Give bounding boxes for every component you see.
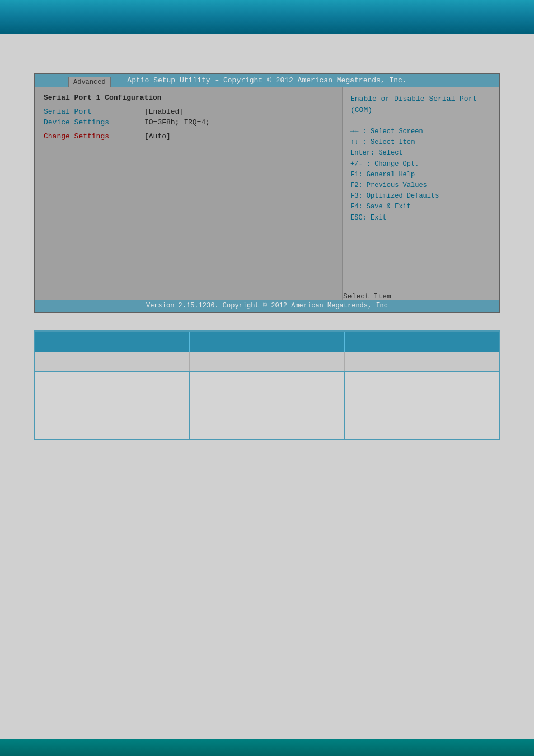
key-f2: F2: Previous Values: [350, 180, 491, 191]
key-enter: Enter: Select: [350, 148, 491, 158]
setting-row-device-settings: Device Settings IO=3F8h; IRQ=4;: [44, 118, 333, 127]
change-settings-value[interactable]: [Auto]: [144, 132, 171, 141]
bottom-bar: [0, 739, 534, 756]
key-help: →← : Select Screen ↑↓ : Select Item Ente…: [350, 127, 491, 223]
table-row2-col2: [190, 372, 345, 439]
setting-row-change-settings: Change Settings [Auto]: [44, 132, 333, 141]
table-header-col1: [35, 332, 190, 352]
help-text: Enable or Disable Serial Port (COM): [350, 94, 491, 115]
table-row1-col3: [345, 352, 499, 371]
serial-port-value[interactable]: [Enabled]: [144, 108, 184, 116]
key-f3: F3: Optimized Defaults: [350, 191, 491, 202]
top-bar: [0, 0, 534, 34]
table-row1-col2: [190, 352, 345, 371]
key-change-opt: +/- : Change Opt.: [350, 159, 491, 170]
table-row-1: [35, 352, 499, 372]
key-f1: F1: General Help: [350, 170, 491, 180]
change-settings-label: Change Settings: [44, 132, 144, 141]
device-settings-label: Device Settings: [44, 118, 144, 127]
setting-row-serial-port: Serial Port [Enabled]: [44, 108, 333, 116]
bios-footer: Version 2.15.1236. Copyright © 2012 Amer…: [35, 300, 499, 312]
bios-title: Aptio Setup Utility – Copyright © 2012 A…: [127, 76, 406, 85]
bios-right-panel: Enable or Disable Serial Port (COM) →← :…: [343, 87, 499, 300]
table-header-col3: [345, 332, 499, 352]
table-header-col2: [190, 332, 345, 352]
bios-panel: Aptio Setup Utility – Copyright © 2012 A…: [34, 73, 500, 313]
key-f4: F4: Save & Exit: [350, 202, 491, 212]
table-header-row: [35, 332, 499, 352]
select-item-hint: Select Item: [343, 292, 391, 301]
bios-content: Serial Port 1 Configuration Serial Port …: [35, 87, 499, 300]
table-row1-col1: [35, 352, 190, 371]
bios-header: Aptio Setup Utility – Copyright © 2012 A…: [35, 74, 499, 87]
key-select-item: ↑↓ : Select Item: [350, 137, 491, 148]
bios-left-panel: Serial Port 1 Configuration Serial Port …: [35, 87, 343, 300]
device-settings-value: IO=3F8h; IRQ=4;: [144, 118, 210, 127]
bios-tab[interactable]: Advanced: [68, 77, 111, 87]
table-panel: [34, 330, 500, 440]
serial-port-label: Serial Port: [44, 108, 144, 116]
section-title: Serial Port 1 Configuration: [44, 94, 333, 102]
table-row-2: [35, 372, 499, 439]
key-select-screen: →← : Select Screen: [350, 127, 491, 137]
table-row2-col1: [35, 372, 190, 439]
key-esc: ESC: Exit: [350, 213, 491, 223]
table-row2-col3: [345, 372, 499, 439]
